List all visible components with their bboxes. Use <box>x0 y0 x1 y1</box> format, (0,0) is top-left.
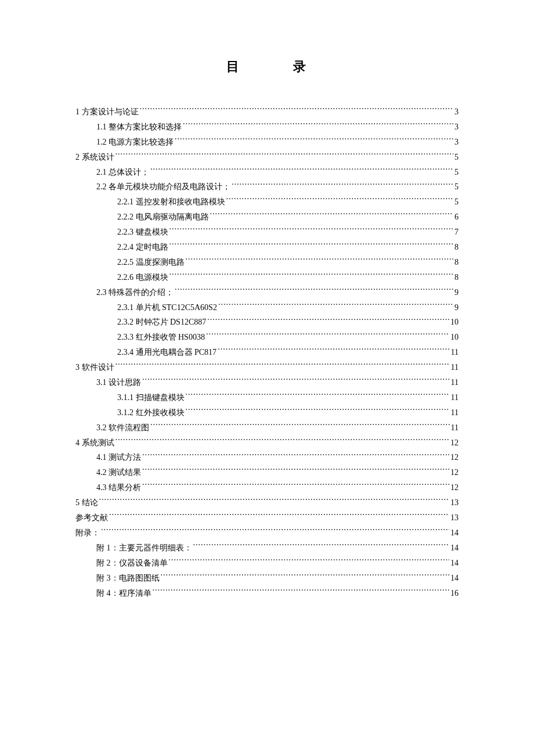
toc-leader-dots <box>232 181 453 189</box>
toc-entry-label: 4.1 测试方法 <box>96 450 141 465</box>
toc-leader-dots <box>207 316 449 325</box>
toc-entry: 附 3：电路图图纸14 <box>75 571 459 586</box>
toc-entry-label: 1 方案设计与论证 <box>75 105 139 120</box>
toc-leader-dots <box>218 347 449 355</box>
toc-entry-label: 附 4：程序清单 <box>96 586 151 601</box>
toc-entry: 2.3.2 时钟芯片 DS12C88710 <box>75 315 459 330</box>
toc-entry: 4.1 测试方法12 <box>75 450 459 465</box>
toc-entry: 2.2.1 遥控发射和接收电路模块5 <box>75 195 459 210</box>
toc-leader-dots <box>150 422 450 430</box>
toc-leader-dots <box>206 332 449 340</box>
toc-entry-page: 13 <box>450 495 459 510</box>
toc-entry-label: 2.2.6 电源模块 <box>117 270 168 285</box>
toc-entry-page: 9 <box>454 285 459 300</box>
toc-entry: 4.3 结果分析12 <box>75 480 459 495</box>
toc-entry-page: 12 <box>450 450 459 465</box>
toc-entry-label: 4 系统测试 <box>75 435 114 451</box>
toc-leader-dots <box>169 242 454 250</box>
toc-entry-label: 参考文献 <box>75 510 108 525</box>
toc-entry-label: 2.2.3 键盘模块 <box>117 225 168 240</box>
toc-entry: 3.1 设计思路11 <box>75 375 459 390</box>
toc-leader-dots <box>101 527 449 535</box>
toc-leader-dots <box>142 377 450 385</box>
toc-entry-page: 14 <box>450 556 459 571</box>
toc-leader-dots <box>186 407 450 415</box>
toc-leader-dots <box>161 573 450 581</box>
toc-entry: 4.2 测试结果12 <box>75 465 459 480</box>
toc-entry-label: 2.3.2 时钟芯片 DS12C887 <box>117 315 206 330</box>
toc-entry-page: 9 <box>454 300 459 315</box>
toc-entry: 3.1.1 扫描键盘模块11 <box>75 390 459 405</box>
toc-entry: 2.3.1 单片机 STC12C5A60S29 <box>75 300 459 315</box>
toc-entry-label: 2.2.2 电风扇驱动隔离电路 <box>117 210 209 225</box>
toc-entry-label: 2.2.5 温度探测电路 <box>117 255 185 270</box>
toc-entry-label: 3.1 设计思路 <box>96 375 141 390</box>
toc-entry-page: 11 <box>451 345 459 360</box>
toc-entry-page: 5 <box>454 195 459 210</box>
toc-entry-label: 3.2 软件流程图 <box>96 420 149 435</box>
toc-entry-label: 4.2 测试结果 <box>96 465 141 480</box>
toc-entry-page: 3 <box>454 105 459 120</box>
toc-leader-dots <box>140 106 454 114</box>
toc-leader-dots <box>175 287 453 295</box>
toc-entry-page: 10 <box>450 330 459 345</box>
toc-entry-page: 12 <box>450 480 459 495</box>
toc-leader-dots <box>109 512 449 520</box>
toc-entry-page: 11 <box>451 360 459 375</box>
toc-entry-page: 12 <box>450 435 459 451</box>
toc-entry-label: 附 2：仪器设备清单 <box>96 556 168 571</box>
page-title: 目 录 <box>75 58 459 75</box>
toc-leader-dots <box>175 136 453 145</box>
toc-entry: 3.1.2 红外接收模块11 <box>75 405 459 420</box>
toc-entry-label: 2.1 总体设计； <box>96 165 149 180</box>
toc-entry: 2.3.3 红外接收管 HS003810 <box>75 330 459 345</box>
toc-entry-page: 8 <box>454 255 459 270</box>
toc-entry-label: 2 系统设计 <box>75 150 114 165</box>
toc-entry: 附 4：程序清单16 <box>75 586 459 601</box>
toc-leader-dots <box>116 437 450 445</box>
toc-entry: 2.3 特殊器件的介绍；9 <box>75 285 459 300</box>
toc-entry-page: 5 <box>454 179 459 195</box>
toc-entry-page: 8 <box>454 270 459 285</box>
toc-entry-page: 11 <box>451 375 459 390</box>
toc-entry-page: 11 <box>451 405 459 420</box>
toc-leader-dots <box>183 121 453 129</box>
toc-leader-dots <box>142 482 449 490</box>
toc-entry: 3.2 软件流程图11 <box>75 420 459 435</box>
toc-leader-dots <box>142 452 449 460</box>
toc-entry: 2.2.4 定时电路8 <box>75 240 459 255</box>
toc-entry: 附 1：主要元器件明细表：14 <box>75 541 459 556</box>
toc-entry-page: 8 <box>454 240 459 255</box>
toc-leader-dots <box>169 226 454 235</box>
toc-entry-page: 6 <box>454 210 459 225</box>
toc-entry-page: 11 <box>451 420 459 435</box>
toc-entry-page: 3 <box>454 120 459 135</box>
toc-entry-label: 附 1：主要元器件明细表： <box>96 541 192 556</box>
toc-entry: 3 软件设计11 <box>75 360 459 375</box>
toc-entry-page: 11 <box>451 390 459 405</box>
toc-entry-label: 1.1 整体方案比较和选择 <box>96 120 182 135</box>
toc-leader-dots <box>186 257 454 265</box>
table-of-contents: 1 方案设计与论证31.1 整体方案比较和选择31.2 电源方案比较选择32 系… <box>75 105 459 600</box>
toc-entry: 1.1 整体方案比较和选择3 <box>75 120 459 135</box>
toc-leader-dots <box>116 362 450 370</box>
toc-entry: 1 方案设计与论证3 <box>75 105 459 120</box>
toc-entry-page: 14 <box>450 525 459 541</box>
toc-leader-dots <box>142 467 449 475</box>
toc-entry: 2 系统设计5 <box>75 150 459 165</box>
toc-leader-dots <box>150 167 453 175</box>
toc-entry-label: 1.2 电源方案比较选择 <box>96 135 174 150</box>
toc-leader-dots <box>169 557 450 566</box>
toc-entry-label: 2.2.1 遥控发射和接收电路模块 <box>117 195 225 210</box>
toc-leader-dots <box>153 588 450 596</box>
toc-entry-label: 3.1.1 扫描键盘模块 <box>117 390 185 405</box>
toc-entry-label: 3 软件设计 <box>75 360 114 375</box>
toc-leader-dots <box>226 196 454 204</box>
toc-entry-label: 附 3：电路图图纸 <box>96 571 160 586</box>
toc-entry-page: 7 <box>454 225 459 240</box>
toc-entry-page: 5 <box>454 150 459 165</box>
toc-entry-label: 3.1.2 红外接收模块 <box>117 405 185 420</box>
toc-leader-dots <box>99 497 450 505</box>
toc-entry: 参考文献13 <box>75 510 459 525</box>
title-left: 目 <box>226 59 241 74</box>
